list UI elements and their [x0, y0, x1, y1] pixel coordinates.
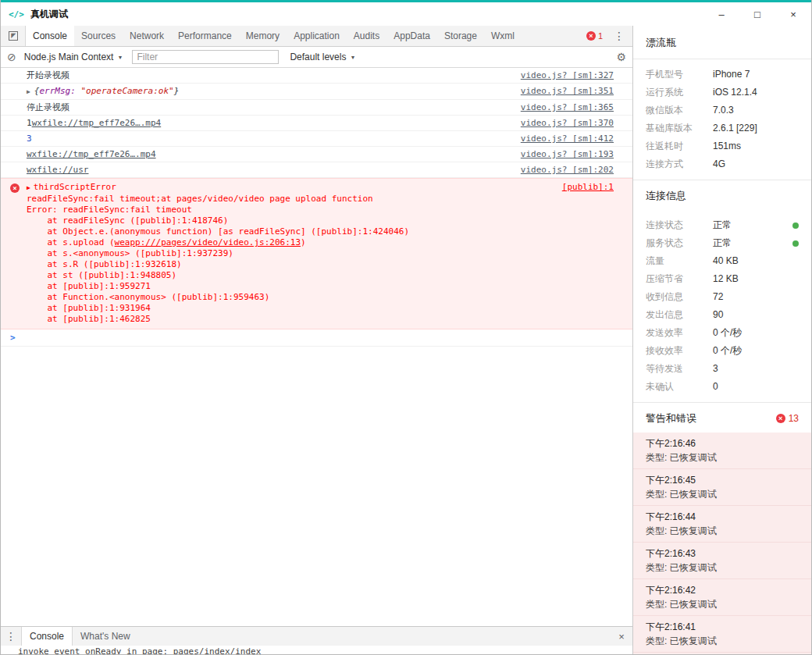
warning-time: 下午2:16:46: [646, 438, 799, 450]
tab-sources[interactable]: Sources: [74, 26, 123, 46]
tab-appdata[interactable]: AppData: [386, 26, 437, 46]
info-row: 发送效率 0 个/秒: [633, 324, 811, 342]
warnings-count-badge: × 13: [776, 413, 799, 424]
info-row: 未确认 0: [633, 378, 811, 396]
settings-gear-icon[interactable]: ⚙: [616, 51, 626, 63]
devtools-panel: ◤ Console Sources Network Performance Me…: [1, 26, 633, 654]
stack-line: at s.R ([publib]:1:932618): [27, 259, 614, 270]
expand-triangle-icon[interactable]: ▶: [27, 183, 30, 194]
object-brace: }: [174, 86, 180, 96]
window-title: 真机调试: [30, 8, 68, 21]
stack-file-link[interactable]: weapp:///pages/video/video.js:206:13: [115, 237, 301, 247]
drawer-tab-console[interactable]: Console: [21, 627, 73, 646]
prompt-chevron-icon: >: [10, 333, 16, 343]
info-row: 往返耗时 151ms: [633, 137, 811, 155]
drawer-console-line: invoke event onReady in page: pages/inde…: [1, 646, 632, 654]
file-url-link[interactable]: wxfile://tmp_eff7e26….mp4: [32, 118, 162, 128]
warning-type: 类型: 已恢复调试: [646, 562, 799, 574]
tab-audits[interactable]: Audits: [347, 26, 386, 46]
stack-line: at Object.e.(anonymous function) [as rea…: [27, 226, 614, 237]
warning-time: 下午2:16:44: [646, 511, 799, 523]
source-link[interactable]: video.js? [sm]:327: [521, 70, 614, 81]
info-value: 0: [713, 381, 718, 393]
filter-input[interactable]: [132, 50, 279, 64]
expand-triangle-icon[interactable]: ▶: [27, 88, 30, 95]
source-link[interactable]: video.js? [sm]:365: [521, 102, 614, 113]
debug-info-sidebar: 漂流瓶 手机型号 iPhone 7 运行系统 iOS 12.1.4 微信版本 7…: [633, 26, 811, 654]
drawer-tabbar: ⋮ Console What's New ×: [1, 626, 632, 646]
warning-entry[interactable]: 下午2:16:40 类型: 已恢复调试: [633, 653, 811, 654]
maximize-button[interactable]: □: [739, 2, 775, 26]
source-link[interactable]: video.js? [sm]:351: [521, 86, 614, 97]
info-label: 手机型号: [646, 69, 713, 80]
console-log-area: 开始录视频 video.js? [sm]:327 ▶{errMsg: "oper…: [1, 68, 632, 626]
minimize-button[interactable]: –: [703, 2, 739, 26]
info-label: 连接状态: [646, 219, 713, 231]
info-label: 往返耗时: [646, 141, 713, 152]
warning-entry[interactable]: 下午2:16:45 类型: 已恢复调试: [633, 469, 811, 506]
warning-entry[interactable]: 下午2:16:46 类型: 已恢复调试: [633, 433, 811, 469]
info-value: 7.0.3: [713, 105, 734, 116]
error-count: 1: [598, 31, 603, 41]
drawer-menu-icon[interactable]: ⋮: [1, 627, 21, 646]
info-row: 连接状态 正常: [633, 216, 811, 234]
error-count-badge[interactable]: × 1: [586, 31, 603, 41]
tab-wxml[interactable]: Wxml: [484, 26, 522, 46]
warning-entry[interactable]: 下午2:16:43 类型: 已恢复调试: [633, 543, 811, 579]
info-row: 接收效率 0 个/秒: [633, 342, 811, 360]
file-url-link[interactable]: wxfile://tmp_eff7e26….mp4: [27, 149, 156, 159]
more-menu-icon[interactable]: ⋮: [609, 30, 629, 42]
file-url-link[interactable]: wxfile://usr: [27, 165, 88, 175]
log-text: 1: [27, 118, 32, 128]
console-empty-space: [1, 347, 632, 626]
source-link[interactable]: video.js? [sm]:370: [521, 118, 614, 129]
info-value: 0 个/秒: [713, 345, 742, 357]
stack-text: ): [301, 237, 306, 247]
connection-section-title: 连接信息: [633, 180, 811, 210]
info-row: 压缩节省 12 KB: [633, 270, 811, 288]
warning-entry[interactable]: 下午2:16:44 类型: 已恢复调试: [633, 506, 811, 543]
console-prompt[interactable]: >: [1, 329, 632, 347]
info-label: 发出信息: [646, 309, 713, 321]
tab-network[interactable]: Network: [123, 26, 171, 46]
source-link[interactable]: video.js? [sm]:412: [521, 133, 614, 144]
error-icon: ×: [10, 183, 20, 193]
drawer-close-icon[interactable]: ×: [611, 627, 632, 646]
console-log-row: wxfile://usr video.js? [sm]:202: [1, 162, 632, 178]
tab-memory[interactable]: Memory: [239, 26, 287, 46]
info-row: 连接方式 4G: [633, 155, 811, 173]
warning-entry[interactable]: 下午2:16:41 类型: 已恢复调试: [633, 616, 811, 653]
info-label: 未确认: [646, 381, 713, 393]
tab-console[interactable]: Console: [26, 26, 74, 46]
tab-application[interactable]: Application: [287, 26, 347, 46]
console-error-block: × ▶ thirdScriptError [publib]:1 readFile…: [1, 178, 632, 329]
console-log-row: 开始录视频 video.js? [sm]:327: [1, 68, 632, 84]
tab-performance[interactable]: Performance: [171, 26, 239, 46]
info-row: 发出信息 90: [633, 306, 811, 324]
source-link[interactable]: video.js? [sm]:193: [521, 149, 614, 160]
log-message: ▶{errMsg: "operateCamera:ok"}: [27, 86, 511, 98]
stack-text: at s.upload (: [27, 237, 115, 247]
error-source-link[interactable]: [publib]:1: [562, 182, 614, 193]
info-label: 微信版本: [646, 105, 713, 116]
titlebar: </> 真机调试 – □ ×: [1, 2, 811, 26]
status-green-dot: [792, 240, 799, 247]
stack-line: at Function.<anonymous> ([publib]:1:9594…: [27, 292, 614, 303]
log-message: 开始录视频: [27, 70, 511, 81]
tab-storage[interactable]: Storage: [437, 26, 484, 46]
source-link[interactable]: video.js? [sm]:202: [521, 165, 614, 176]
info-value: 90: [713, 309, 723, 321]
drawer-tab-whats-new[interactable]: What's New: [73, 627, 138, 646]
code-icon: </>: [9, 9, 24, 20]
info-row: 收到信息 72: [633, 288, 811, 306]
info-value: 2.6.1 [229]: [713, 123, 757, 134]
warning-entry[interactable]: 下午2:16:42 类型: 已恢复调试: [633, 579, 811, 616]
clear-console-icon[interactable]: ⊘: [7, 51, 16, 63]
levels-dropdown[interactable]: Default levels ▼: [290, 52, 355, 62]
context-dropdown[interactable]: Node.js Main Context ▼: [24, 52, 123, 62]
info-label: 发送效率: [646, 327, 713, 339]
inspect-element-button[interactable]: ◤: [1, 26, 26, 46]
warning-type: 类型: 已恢复调试: [646, 452, 799, 464]
close-button[interactable]: ×: [775, 2, 811, 26]
miniprogram-name: 漂流瓶: [633, 26, 811, 59]
